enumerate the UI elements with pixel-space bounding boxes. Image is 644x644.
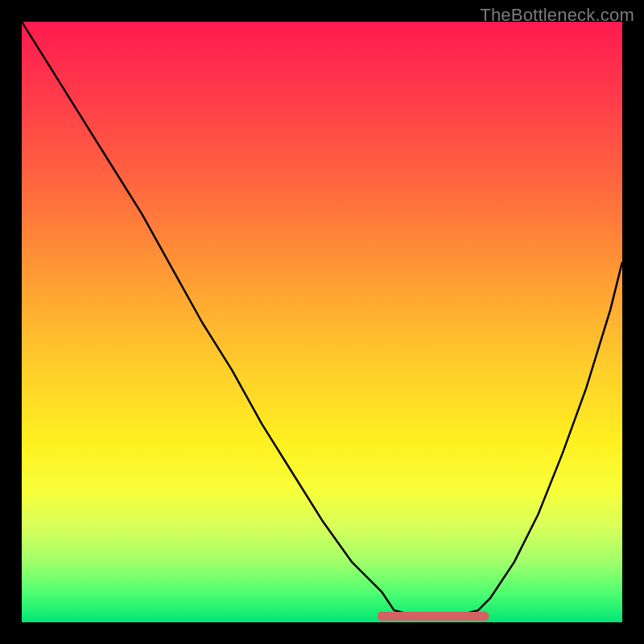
chart-highlight-dot-right: [479, 612, 489, 621]
chart-curve-line: [22, 22, 622, 617]
chart-svg: [22, 22, 622, 622]
watermark-text: TheBottleneck.com: [480, 5, 634, 26]
chart-highlight-dot-left: [378, 612, 387, 621]
chart-plot-area: [22, 22, 622, 622]
